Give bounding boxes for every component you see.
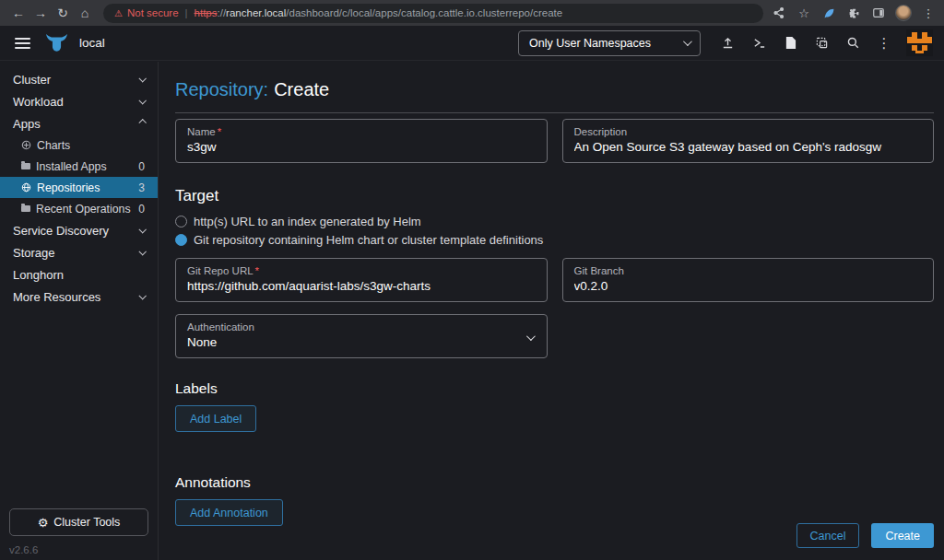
- chevron-up-icon: [138, 119, 146, 126]
- import-yaml-icon[interactable]: [719, 36, 736, 50]
- home-icon[interactable]: ⌂: [74, 0, 96, 26]
- count-badge: 3: [138, 181, 145, 194]
- cluster-name[interactable]: local: [79, 36, 105, 50]
- sidebar-item-charts[interactable]: Charts: [0, 134, 158, 156]
- user-avatar[interactable]: [906, 29, 933, 56]
- annotations-section-heading: Annotations: [175, 474, 934, 491]
- rancher-logo-icon[interactable]: [45, 33, 68, 52]
- address-bar[interactable]: ⚠ Not secure | https :// rancher.local /…: [103, 4, 763, 23]
- git-branch-field[interactable]: Git Branch v0.2.0: [562, 258, 935, 302]
- sidebar: Cluster Workload Apps Charts Installed A…: [0, 62, 159, 560]
- description-field-label: Description: [574, 126, 923, 137]
- back-icon[interactable]: ←: [7, 0, 30, 26]
- required-marker: *: [218, 126, 221, 137]
- chevron-down-icon: [138, 226, 146, 233]
- reload-icon[interactable]: ↻: [52, 0, 74, 26]
- name-field-label: Name*: [187, 126, 536, 137]
- description-field[interactable]: Description An Open Source S3 gateway ba…: [562, 119, 935, 163]
- not-secure-label[interactable]: Not secure: [127, 7, 179, 18]
- globe-icon: [21, 182, 31, 192]
- copy-kubeconfig-icon[interactable]: [813, 36, 830, 50]
- namespace-filter-select[interactable]: Only User Namespaces: [518, 30, 701, 56]
- form-footer: Cancel Create: [796, 523, 934, 548]
- chevron-down-icon: [138, 292, 146, 299]
- share-icon[interactable]: [771, 6, 787, 19]
- chevron-down-icon: [138, 97, 146, 104]
- sidebar-item-service-discovery[interactable]: Service Discovery: [0, 219, 158, 241]
- browser-profile-avatar[interactable]: [895, 5, 912, 21]
- description-field-value: An Open Source S3 gateway based on Ceph'…: [574, 140, 923, 154]
- page-title-action: Create: [274, 79, 329, 99]
- radio-selected-icon[interactable]: [175, 234, 187, 246]
- name-field-value: s3gw: [187, 140, 536, 154]
- radio-http-label: http(s) URL to an index generated by Hel…: [194, 215, 421, 228]
- page-title: Repository:Create: [175, 79, 934, 100]
- forward-icon[interactable]: →: [30, 0, 52, 26]
- cancel-button[interactable]: Cancel: [796, 523, 860, 548]
- radio-git-repository[interactable]: Git repository containing Helm chart or …: [175, 233, 934, 247]
- url-scheme: https: [195, 7, 218, 18]
- chevron-down-icon: [138, 248, 146, 255]
- count-badge: 0: [138, 203, 145, 216]
- radio-http-index[interactable]: http(s) URL to an index generated by Hel…: [175, 215, 934, 228]
- gear-icon: ⚙: [38, 516, 49, 530]
- chevron-down-icon: [138, 75, 146, 82]
- sidebar-item-cluster[interactable]: Cluster: [0, 68, 158, 90]
- main-content: Repository:Create Name* s3gw Description…: [159, 62, 944, 560]
- not-secure-warning-icon: ⚠: [114, 8, 123, 18]
- folder-icon: [21, 205, 30, 212]
- sidebar-item-storage[interactable]: Storage: [0, 241, 158, 263]
- radio-unselected-icon[interactable]: [175, 216, 187, 228]
- required-marker: *: [255, 265, 259, 276]
- extensions-puzzle-icon[interactable]: [845, 7, 862, 19]
- title-divider: [175, 112, 934, 113]
- browser-menu-kebab-icon[interactable]: ⋮: [920, 6, 937, 20]
- page-title-resource[interactable]: Repository:: [175, 79, 268, 99]
- count-badge: 0: [138, 160, 145, 173]
- hamburger-menu-icon[interactable]: [15, 38, 30, 49]
- cluster-tools-button[interactable]: ⚙ Cluster Tools: [9, 508, 148, 536]
- sidebar-item-apps[interactable]: Apps: [0, 112, 158, 134]
- git-repo-url-value: https://github.com/aquarist-labs/s3gw-ch…: [187, 279, 536, 293]
- address-divider: |: [185, 7, 188, 18]
- git-branch-value: v0.2.0: [574, 279, 923, 293]
- sidebar-item-longhorn[interactable]: Longhorn: [0, 263, 158, 286]
- bookmark-star-icon[interactable]: ☆: [796, 6, 812, 20]
- chevron-down-icon: [683, 37, 692, 46]
- extension-feather-icon[interactable]: [820, 7, 837, 19]
- sidebar-item-recent-operations[interactable]: Recent Operations 0: [0, 198, 158, 219]
- labels-section-heading: Labels: [175, 380, 934, 397]
- charts-icon: [21, 140, 31, 150]
- app-header: local Only User Namespaces ⋮: [0, 26, 944, 61]
- header-kebab-icon[interactable]: ⋮: [876, 35, 892, 52]
- sidebar-item-installed-apps[interactable]: Installed Apps 0: [0, 156, 158, 177]
- sidebar-item-workload[interactable]: Workload: [0, 90, 158, 112]
- search-icon[interactable]: [844, 36, 861, 50]
- version-label: v2.6.6: [9, 544, 38, 555]
- url-host: rancher.local: [226, 7, 286, 18]
- add-annotation-button[interactable]: Add Annotation: [175, 499, 283, 526]
- url-path: /dashboard/c/local/apps/catalog.cattle.i…: [286, 7, 562, 18]
- side-panel-icon[interactable]: [870, 6, 887, 19]
- authentication-select[interactable]: Authentication None: [175, 314, 548, 358]
- git-branch-label: Git Branch: [574, 265, 923, 276]
- browser-toolbar: ← → ↻ ⌂ ⚠ Not secure | https :// rancher…: [0, 0, 944, 26]
- git-repo-url-field[interactable]: Git Repo URL* https://github.com/aquaris…: [175, 258, 548, 302]
- radio-git-label: Git repository containing Helm chart or …: [194, 233, 543, 247]
- kubectl-shell-icon[interactable]: [750, 36, 767, 50]
- sidebar-item-more-resources[interactable]: More Resources: [0, 286, 158, 308]
- authentication-label: Authentication: [187, 321, 536, 332]
- folder-icon: [21, 163, 30, 169]
- name-field[interactable]: Name* s3gw: [175, 119, 548, 163]
- create-button[interactable]: Create: [871, 523, 934, 548]
- kubeconfig-file-icon[interactable]: [782, 36, 798, 50]
- target-section-heading: Target: [175, 187, 934, 205]
- sidebar-item-repositories[interactable]: Repositories 3: [0, 177, 158, 198]
- add-label-button[interactable]: Add Label: [175, 405, 256, 432]
- authentication-value: None: [187, 335, 536, 349]
- git-repo-url-label: Git Repo URL*: [187, 265, 536, 276]
- url-scheme-sep: ://: [218, 7, 227, 18]
- namespace-filter-value: Only User Namespaces: [529, 37, 651, 50]
